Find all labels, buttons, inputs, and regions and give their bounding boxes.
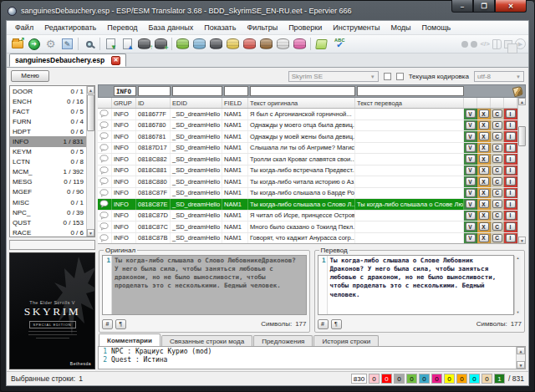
menu-item[interactable]: Перевод bbox=[102, 23, 142, 33]
scroll-up-icon[interactable]: ▲ bbox=[87, 86, 94, 94]
record-group-item[interactable]: FACT 0 / 5 bbox=[10, 106, 86, 116]
hash-button[interactable]: # bbox=[318, 319, 329, 329]
copy-button[interactable]: C bbox=[492, 109, 502, 118]
record-group-item[interactable]: LCTN 0 / 8 bbox=[10, 157, 86, 167]
clear-filters-icon[interactable] bbox=[512, 85, 523, 96]
table-row[interactable]: INFO 08186780 _SD_dreamHello NAM1 Однажд… bbox=[98, 120, 526, 132]
db-brown-button[interactable] bbox=[258, 37, 274, 52]
table-row[interactable]: INFO 0818C87E _SD_dreamHello NAM1 Ты ког… bbox=[98, 199, 526, 211]
cancel-button[interactable]: X bbox=[479, 234, 489, 242]
filter-grup-input[interactable]: INFO bbox=[114, 86, 136, 96]
close-button[interactable]: ✕ bbox=[495, 0, 527, 13]
db-white-button[interactable] bbox=[275, 37, 291, 52]
record-group-item[interactable]: RACE 0 / 6 bbox=[10, 227, 86, 237]
validate-button[interactable]: V bbox=[466, 189, 476, 197]
validate-button[interactable]: V bbox=[466, 144, 476, 152]
ignore-button[interactable]: I bbox=[506, 211, 516, 220]
ignore-button[interactable]: I bbox=[506, 177, 516, 186]
table-row[interactable]: INFO 0818677F _SD_dreamHello NAM1 Я был … bbox=[98, 109, 526, 120]
group-list-scrollbar[interactable]: ▲ ▼ bbox=[86, 86, 94, 237]
tab-sanguinesdebauchery[interactable]: sanguinesDebauchery.esp ✕ bbox=[9, 53, 126, 67]
table-row[interactable]: INFO 0818C880 _SD_dreamHello NAM1 Ты ког… bbox=[98, 176, 526, 188]
settings-button[interactable]: ⚙ bbox=[43, 37, 59, 52]
menu-item[interactable]: Фильтры bbox=[242, 23, 283, 33]
record-group-item[interactable]: FURN 0 / 4 bbox=[10, 116, 86, 126]
scroll-thumb[interactable] bbox=[87, 94, 94, 131]
table-row[interactable]: INFO 0818C882 _SD_dreamHello NAM1 Тролли… bbox=[98, 154, 526, 165]
ignore-button[interactable]: I bbox=[506, 109, 516, 118]
record-group-item[interactable]: KEYM 0 / 5 bbox=[10, 147, 86, 157]
db-pink-button[interactable] bbox=[292, 37, 308, 52]
db-blue-button[interactable] bbox=[191, 37, 207, 52]
table-row[interactable]: INFO 0818C87D _SD_dreamHello NAM1 Я чита… bbox=[98, 211, 526, 222]
validate-button[interactable]: V bbox=[466, 155, 476, 163]
record-group-item[interactable]: INFO 1 / 831 bbox=[10, 136, 86, 146]
bottom-tab[interactable]: Комментарии bbox=[99, 333, 160, 346]
record-group-item[interactable]: MISC 0 / 1 bbox=[10, 197, 86, 207]
encoding-select[interactable]: utf-8▼ bbox=[474, 71, 524, 82]
cancel-button[interactable]: X bbox=[479, 189, 489, 197]
hash-button[interactable]: # bbox=[102, 319, 113, 329]
menu-item[interactable]: База данных bbox=[144, 23, 199, 33]
menu-item[interactable]: Редактировать bbox=[39, 23, 101, 33]
bottom-tab[interactable]: Связанные строки мода bbox=[161, 335, 252, 346]
scroll-up-icon[interactable]: ▲ bbox=[518, 98, 526, 105]
db-black-button[interactable] bbox=[208, 37, 224, 52]
validate-button[interactable]: V bbox=[466, 121, 476, 130]
translation-scrollbar[interactable]: ▲▼ bbox=[514, 256, 521, 314]
db-green-button[interactable] bbox=[175, 37, 191, 52]
menu-item[interactable]: Моды bbox=[385, 23, 415, 33]
db-upload-button[interactable]: ↑ bbox=[136, 37, 152, 52]
copy-button[interactable]: C bbox=[492, 222, 502, 231]
bottom-tab[interactable]: Предложения bbox=[253, 335, 313, 346]
encoding-checkbox[interactable] bbox=[396, 73, 404, 80]
original-textarea[interactable]: 1 Ты когда-либо слышала о Слово Любовник… bbox=[102, 255, 307, 315]
menu-item[interactable]: Проверки bbox=[283, 23, 327, 33]
search-button[interactable] bbox=[81, 37, 97, 52]
validate-button[interactable]: V bbox=[466, 177, 476, 186]
copy-button[interactable]: C bbox=[492, 121, 502, 130]
copy-button[interactable]: C bbox=[492, 177, 502, 186]
edit-options-button[interactable]: ✎ bbox=[59, 37, 75, 52]
cancel-button[interactable]: X bbox=[479, 155, 489, 163]
table-row[interactable]: INFO 0818C87C _SD_dreamHello NAM1 Много … bbox=[98, 221, 526, 233]
ignore-button[interactable]: I bbox=[506, 121, 516, 130]
record-group-item[interactable]: MCM_ 1 / 392 bbox=[10, 167, 86, 177]
menu-item[interactable]: Помощь bbox=[417, 23, 456, 33]
menu-item[interactable]: Файл bbox=[10, 23, 38, 33]
table-row[interactable]: INFO 0818C87F _SD_dreamHello NAM1 Ты ког… bbox=[98, 188, 526, 200]
record-group-item[interactable]: ENCH 0 / 16 bbox=[10, 96, 86, 106]
record-group-item[interactable]: MGEF 0 / 90 bbox=[10, 187, 86, 197]
menu-button[interactable]: Меню bbox=[11, 70, 49, 82]
ignore-button[interactable]: I bbox=[506, 144, 516, 152]
load-translation-button[interactable]: ▼ bbox=[103, 37, 119, 52]
scroll-down-icon[interactable]: ▼ bbox=[87, 229, 94, 237]
col-grup[interactable]: GRUP bbox=[112, 98, 136, 108]
menu-item[interactable]: Показать bbox=[199, 23, 241, 33]
validate-button[interactable]: V bbox=[466, 132, 476, 140]
save-translation-button[interactable]: ▲ bbox=[120, 37, 135, 52]
validate-button[interactable]: V bbox=[466, 166, 476, 175]
open-file-button[interactable] bbox=[9, 37, 25, 52]
record-group-item[interactable]: NPC_ 0 / 39 bbox=[10, 207, 86, 217]
ignore-button[interactable]: I bbox=[506, 189, 516, 197]
copy-button[interactable]: C bbox=[492, 211, 502, 220]
ignore-button[interactable]: I bbox=[506, 132, 516, 140]
table-scrollbar[interactable]: ▲ ▼ bbox=[517, 98, 526, 244]
comments-box[interactable]: 1 NPC : Крациус Курио (mod) 2 Quest : Ис… bbox=[98, 347, 526, 369]
apply-translation-button[interactable]: ➜ bbox=[26, 37, 42, 52]
col-field[interactable]: FIELD bbox=[222, 98, 248, 108]
col-edid[interactable]: EDID bbox=[171, 98, 222, 108]
cancel-button[interactable]: X bbox=[479, 222, 489, 231]
ignore-button[interactable]: I bbox=[506, 222, 516, 231]
bottom-tab[interactable]: История строки bbox=[313, 335, 379, 346]
validate-button[interactable]: V bbox=[466, 211, 476, 220]
copy-button[interactable]: C bbox=[492, 234, 502, 242]
spellcheck-button[interactable]: ABC✔ bbox=[330, 37, 349, 52]
cancel-button[interactable]: X bbox=[479, 109, 489, 118]
cancel-button[interactable]: X bbox=[479, 200, 489, 208]
table-row[interactable]: INFO 08187D17 _SD_dreamHello NAM1 Слышал… bbox=[98, 143, 526, 155]
validate-button[interactable]: V bbox=[466, 234, 476, 242]
filter-edid-input[interactable] bbox=[172, 86, 222, 96]
scroll-down-icon[interactable]: ▼ bbox=[518, 237, 526, 244]
